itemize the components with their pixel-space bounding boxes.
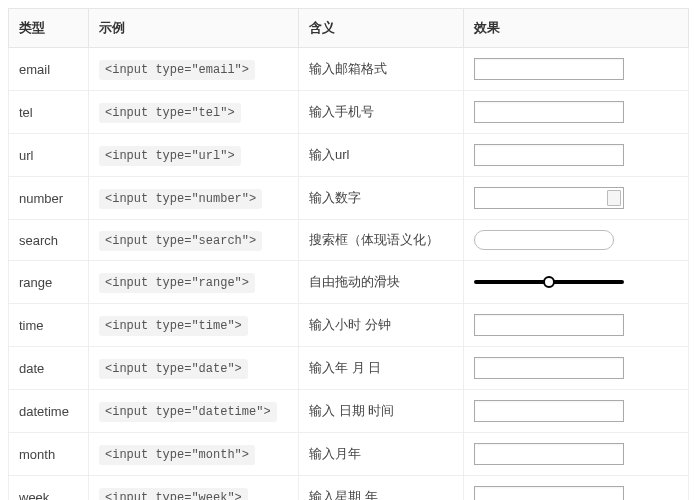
cell-meaning: 输入 日期 时间 xyxy=(299,390,464,433)
cell-meaning: 输入星期 年 xyxy=(299,476,464,501)
code-snippet: <input type="email"> xyxy=(99,60,255,80)
cell-example: <input type="search"> xyxy=(89,220,299,261)
cell-type: tel xyxy=(9,91,89,134)
text-input[interactable] xyxy=(474,101,624,123)
cell-effect xyxy=(464,347,689,390)
cell-example: <input type="datetime"> xyxy=(89,390,299,433)
range-slider[interactable] xyxy=(474,271,624,293)
text-input[interactable] xyxy=(474,58,624,80)
code-snippet: <input type="week"> xyxy=(99,488,248,500)
table-row: email<input type="email">输入邮箱格式 xyxy=(9,48,689,91)
text-input[interactable] xyxy=(474,486,624,500)
code-snippet: <input type="search"> xyxy=(99,231,262,251)
cell-type: email xyxy=(9,48,89,91)
table-row: range<input type="range">自由拖动的滑块 xyxy=(9,261,689,304)
col-header-effect: 效果 xyxy=(464,9,689,48)
cell-example: <input type="date"> xyxy=(89,347,299,390)
cell-type: number xyxy=(9,177,89,220)
col-header-example: 示例 xyxy=(89,9,299,48)
cell-example: <input type="number"> xyxy=(89,177,299,220)
cell-meaning: 输入邮箱格式 xyxy=(299,48,464,91)
cell-example: <input type="email"> xyxy=(89,48,299,91)
table-row: search<input type="search">搜索框（体现语义化） xyxy=(9,220,689,261)
code-snippet: <input type="number"> xyxy=(99,189,262,209)
cell-meaning: 输入手机号 xyxy=(299,91,464,134)
text-input[interactable] xyxy=(474,357,624,379)
cell-type: range xyxy=(9,261,89,304)
table-row: datetime<input type="datetime">输入 日期 时间 xyxy=(9,390,689,433)
cell-effect xyxy=(464,261,689,304)
code-snippet: <input type="url"> xyxy=(99,146,241,166)
table-row: week<input type="week">输入星期 年 xyxy=(9,476,689,501)
cell-type: datetime xyxy=(9,390,89,433)
code-snippet: <input type="month"> xyxy=(99,445,255,465)
cell-effect xyxy=(464,304,689,347)
text-input[interactable] xyxy=(474,314,624,336)
text-input[interactable] xyxy=(474,400,624,422)
cell-effect xyxy=(464,220,689,261)
code-snippet: <input type="datetime"> xyxy=(99,402,277,422)
cell-example: <input type="tel"> xyxy=(89,91,299,134)
col-header-meaning: 含义 xyxy=(299,9,464,48)
cell-meaning: 自由拖动的滑块 xyxy=(299,261,464,304)
table-row: number<input type="number">输入数字 xyxy=(9,177,689,220)
cell-meaning: 输入小时 分钟 xyxy=(299,304,464,347)
cell-meaning: 输入url xyxy=(299,134,464,177)
cell-effect xyxy=(464,433,689,476)
cell-effect xyxy=(464,476,689,501)
cell-type: month xyxy=(9,433,89,476)
code-snippet: <input type="range"> xyxy=(99,273,255,293)
cell-type: date xyxy=(9,347,89,390)
cell-example: <input type="week"> xyxy=(89,476,299,501)
text-input[interactable] xyxy=(474,144,624,166)
table-row: time<input type="time">输入小时 分钟 xyxy=(9,304,689,347)
cell-example: <input type="url"> xyxy=(89,134,299,177)
table-row: tel<input type="tel">输入手机号 xyxy=(9,91,689,134)
cell-type: search xyxy=(9,220,89,261)
cell-effect xyxy=(464,134,689,177)
cell-example: <input type="range"> xyxy=(89,261,299,304)
input-types-table: 类型 示例 含义 效果 email<input type="email">输入邮… xyxy=(8,8,689,500)
table-header-row: 类型 示例 含义 效果 xyxy=(9,9,689,48)
col-header-type: 类型 xyxy=(9,9,89,48)
cell-type: time xyxy=(9,304,89,347)
cell-type: week xyxy=(9,476,89,501)
cell-effect xyxy=(464,91,689,134)
cell-meaning: 搜索框（体现语义化） xyxy=(299,220,464,261)
cell-meaning: 输入数字 xyxy=(299,177,464,220)
cell-example: <input type="month"> xyxy=(89,433,299,476)
cell-example: <input type="time"> xyxy=(89,304,299,347)
table-row: url<input type="url">输入url xyxy=(9,134,689,177)
table-row: month<input type="month">输入月年 xyxy=(9,433,689,476)
cell-effect xyxy=(464,390,689,433)
text-input[interactable] xyxy=(474,443,624,465)
table-row: date<input type="date">输入年 月 日 xyxy=(9,347,689,390)
cell-meaning: 输入年 月 日 xyxy=(299,347,464,390)
cell-effect xyxy=(464,177,689,220)
cell-type: url xyxy=(9,134,89,177)
code-snippet: <input type="date"> xyxy=(99,359,248,379)
code-snippet: <input type="time"> xyxy=(99,316,248,336)
number-input[interactable] xyxy=(474,187,624,209)
cell-meaning: 输入月年 xyxy=(299,433,464,476)
search-input[interactable] xyxy=(474,230,614,250)
code-snippet: <input type="tel"> xyxy=(99,103,241,123)
cell-effect xyxy=(464,48,689,91)
